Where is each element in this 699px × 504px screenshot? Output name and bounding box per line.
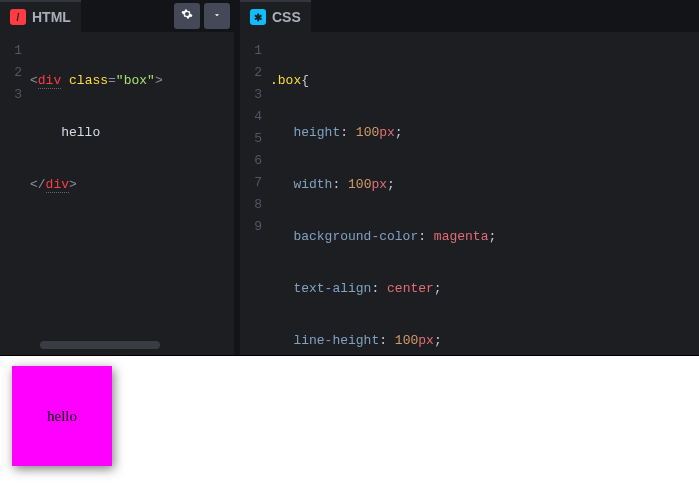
html-code[interactable]: <div class="box"> hello </div> (30, 40, 234, 341)
css-code[interactable]: .box{ height: 100px; width: 100px; backg… (270, 40, 699, 355)
css-gutter: 1 2 3 4 5 6 7 8 9 (240, 40, 270, 355)
chevron-down-icon (212, 9, 222, 24)
css-panel: ✱ CSS 1 2 3 4 5 6 7 8 9 .box{ height: 10… (240, 0, 699, 355)
html-gutter: 1 2 3 (0, 40, 30, 341)
html-scrollbar[interactable] (40, 341, 194, 351)
tab-html-label: HTML (32, 9, 71, 25)
editor-panels: / HTML 1 2 3 <div class="box" (0, 0, 699, 355)
scrollbar-thumb[interactable] (40, 341, 160, 349)
preview-pane: hello (0, 355, 699, 504)
settings-button[interactable] (174, 3, 200, 29)
gear-icon (181, 8, 193, 24)
css-panel-header: ✱ CSS (240, 0, 699, 32)
css-editor[interactable]: 1 2 3 4 5 6 7 8 9 .box{ height: 100px; w… (240, 32, 699, 355)
html-panel-header: / HTML (0, 0, 234, 32)
tab-css-label: CSS (272, 9, 301, 25)
preview-box: hello (12, 366, 112, 466)
css-icon: ✱ (250, 9, 266, 25)
html-icon: / (10, 9, 26, 25)
tab-html[interactable]: / HTML (0, 0, 81, 32)
dropdown-button[interactable] (204, 3, 230, 29)
html-panel: / HTML 1 2 3 <div class="box" (0, 0, 234, 355)
html-editor[interactable]: 1 2 3 <div class="box"> hello </div> (0, 32, 234, 341)
tab-css[interactable]: ✱ CSS (240, 0, 311, 32)
